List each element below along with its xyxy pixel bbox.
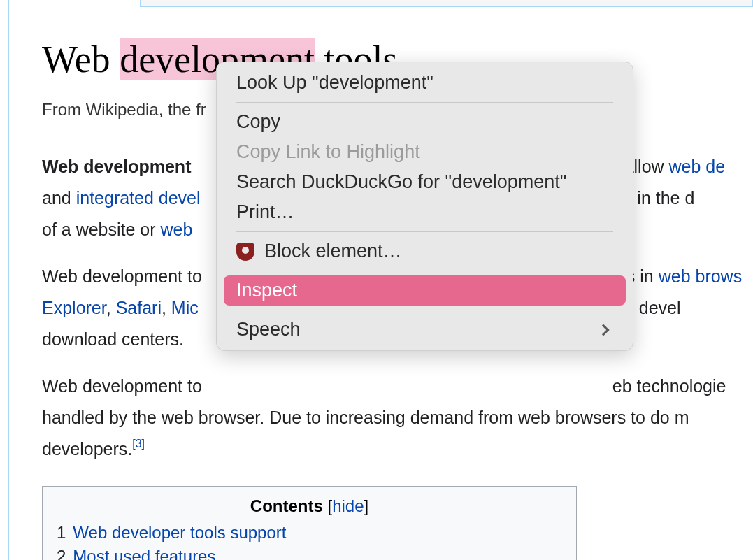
menu-search-duckduckgo[interactable]: Search DuckDuckGo for "development" <box>217 167 633 197</box>
link-web-brows[interactable]: web brows <box>659 266 743 286</box>
reference-3[interactable]: [3] <box>132 438 145 450</box>
toc-link-2[interactable]: Most used features <box>73 547 215 560</box>
para3-t1: Web development to <box>42 376 202 396</box>
top-tab-active[interactable] <box>83 0 141 7</box>
toc-toggle[interactable]: hide <box>332 496 364 515</box>
para2-sep1: , <box>106 298 116 317</box>
page-left-border <box>8 0 9 560</box>
menu-inspect[interactable]: Inspect <box>224 275 626 306</box>
menu-separator <box>236 271 613 271</box>
link-web-de[interactable]: web de <box>669 157 726 176</box>
toc-item-2: 2Most used features <box>57 547 562 560</box>
para1-t4: of a website or <box>42 220 161 239</box>
menu-separator <box>236 102 613 103</box>
toc-header: Contents [hide] <box>57 496 562 516</box>
menu-speech[interactable]: Speech <box>217 315 633 345</box>
para3-t4: developers. <box>42 439 132 459</box>
table-of-contents: Contents [hide] 1Web developer tools sup… <box>42 486 577 560</box>
para3-t3: handled by the web browser. Due to incre… <box>42 408 689 427</box>
link-integrated-devel[interactable]: integrated devel <box>76 188 201 208</box>
toc-link-1[interactable]: Web developer tools support <box>73 523 286 542</box>
para2-t1: Web development to <box>42 266 202 286</box>
menu-separator <box>236 231 613 232</box>
link-explorer[interactable]: Explorer <box>42 298 106 317</box>
menu-look-up[interactable]: Look Up "development" <box>217 68 633 98</box>
toc-list: 1Web developer tools support 2Most used … <box>57 523 562 560</box>
title-pre: Web <box>42 38 120 80</box>
top-nav-area <box>83 0 753 7</box>
menu-copy-link-highlight: Copy Link to Highlight <box>217 137 633 167</box>
menu-copy[interactable]: Copy <box>217 107 633 137</box>
para1-bold: Web development <box>42 157 196 176</box>
paragraph-3: Web development to eb technologie handle… <box>42 371 753 465</box>
menu-block-element[interactable]: Block element… <box>217 236 633 266</box>
context-menu: Look Up "development" Copy Copy Link to … <box>216 62 633 351</box>
menu-speech-label: Speech <box>236 319 301 340</box>
toc-title: Contents <box>250 496 323 515</box>
toc-bracket-close: ] <box>364 496 369 515</box>
toc-item-1: 1Web developer tools support <box>57 523 562 543</box>
menu-separator <box>236 310 613 310</box>
link-web[interactable]: web <box>161 220 193 239</box>
ublock-icon <box>236 243 254 261</box>
toc-num-2: 2 <box>57 547 66 560</box>
menu-block-label: Block element… <box>264 240 402 262</box>
para2-t4: download centers. <box>42 329 184 349</box>
para2-sep2: , <box>162 298 171 317</box>
toc-num-1: 1 <box>57 523 66 542</box>
link-mic[interactable]: Mic <box>171 298 199 317</box>
link-safari[interactable]: Safari <box>116 298 162 317</box>
para3-t2: eb technologie <box>612 376 726 396</box>
para1-t2: and <box>42 188 76 208</box>
chevron-right-icon <box>598 324 610 336</box>
menu-print[interactable]: Print… <box>217 197 633 227</box>
